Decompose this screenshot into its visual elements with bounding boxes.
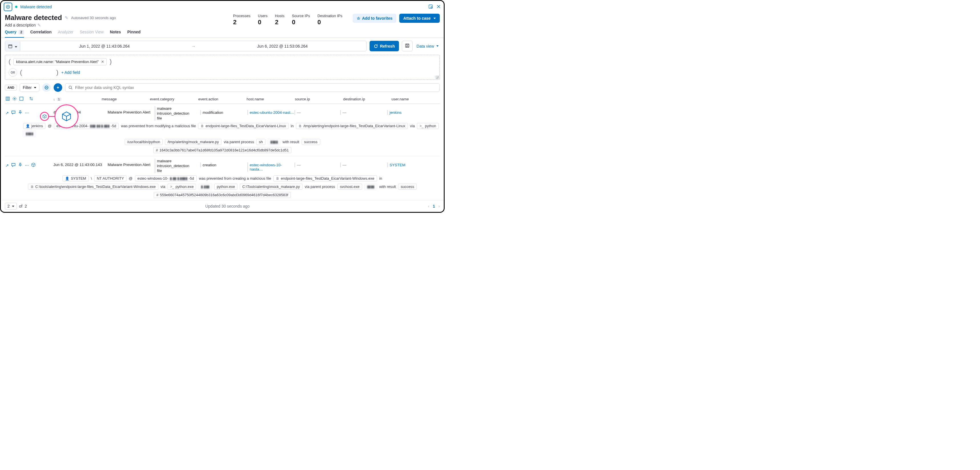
path-chip[interactable]: /usr/local/bin/python	[125, 139, 163, 145]
analyzer-icon[interactable]	[31, 163, 36, 168]
sort-icon[interactable]	[29, 97, 33, 102]
process-chip[interactable]: >_python	[417, 123, 439, 129]
tab-query[interactable]: Query 2	[5, 30, 24, 38]
resize-handle[interactable]	[436, 76, 439, 79]
star-icon: ☆	[357, 16, 360, 21]
attach-to-case-button[interactable]: Attach to case	[399, 14, 440, 23]
user-chip[interactable]: 👤jenkins	[23, 123, 45, 129]
path-chip[interactable]: /tmp/alerting/mock_malware.py	[165, 139, 221, 145]
add-to-favorites-button[interactable]: ☆ Add to favorites	[353, 14, 397, 23]
refresh-button[interactable]: Refresh	[369, 41, 399, 51]
host-chip[interactable]: estec-windows-10-▮.▮▮ ▮.▮▮▮▮-5d	[135, 175, 197, 181]
save-query-button[interactable]	[402, 41, 413, 51]
data-view-dropdown[interactable]: Data view	[415, 41, 440, 51]
next-page-button[interactable]: ›	[438, 204, 440, 208]
expand-icon[interactable]: ↗	[5, 111, 9, 115]
cell-user[interactable]: jenkins	[387, 106, 440, 115]
date-to[interactable]: Jun 6, 2022 @ 11:53:06.264	[198, 42, 367, 51]
cell-host[interactable]: estec-windows-10-nasta…	[247, 159, 294, 172]
pin-icon[interactable]	[18, 163, 22, 168]
result-chip[interactable]: success	[302, 139, 320, 145]
add-field-button[interactable]: + Add field	[61, 70, 80, 75]
path-chip[interactable]: 🗎C:\tools\alerting\endpoint-large-files_…	[28, 184, 158, 190]
query-builder[interactable]: ( kibana.alert.rule.name: "Malware Preve…	[5, 55, 440, 80]
tab-notes[interactable]: Notes	[110, 30, 121, 38]
col-action[interactable]: event.action	[198, 97, 247, 101]
filter-dropdown[interactable]: Filter	[20, 83, 40, 92]
more-icon[interactable]: ⋯	[25, 111, 29, 115]
or-operator[interactable]: OR	[9, 68, 17, 77]
date-range-picker[interactable]: Jun 1, 2022 @ 11:43:06.264 → Jun 6, 2022…	[5, 41, 367, 51]
row-detail-line2: 🗎C:\tools\alerting\endpoint-large-files_…	[5, 181, 440, 190]
edit-title-icon[interactable]: ✎	[65, 15, 68, 20]
kql-search[interactable]	[65, 83, 440, 92]
kql-input[interactable]	[75, 85, 437, 90]
close-icon[interactable]	[436, 4, 441, 10]
terminal-icon: >_	[170, 185, 174, 189]
updated-status: Updated 30 seconds ago	[27, 204, 428, 208]
process-chip[interactable]: python.exe	[214, 184, 238, 190]
user-chip[interactable]: 👤SYSTEM	[62, 175, 89, 181]
file-chip[interactable]: 🗎endpoint-large-files_TestData_EicarVari…	[198, 123, 288, 129]
empty-filter-slot[interactable]	[25, 69, 53, 76]
table-row: ↗ ⋯ □ @ 11:53:06.264 Malware Prevention …	[5, 104, 440, 156]
tab-pinned[interactable]: Pinned	[127, 30, 141, 38]
pin-icon[interactable]	[18, 110, 22, 116]
hash-chip[interactable]: # 1643c3a3bb7617abe07a1d68fd105a972d0816…	[153, 147, 291, 153]
file-chip[interactable]: 🗎endpoint-large-files_TestData_EicarVari…	[274, 175, 377, 181]
of-label: of	[19, 204, 22, 208]
cell-dest: —	[340, 106, 387, 115]
result-chip[interactable]: success	[398, 184, 417, 190]
description-prompt[interactable]: Add a description	[5, 23, 36, 27]
col-category[interactable]: event.category	[150, 97, 198, 101]
cell-dest: —	[340, 159, 387, 167]
edit-description-icon[interactable]: ✎	[37, 23, 41, 27]
blur-chip: ▮▮▮▮	[268, 139, 280, 145]
stat-processes: Processes 2	[233, 14, 251, 26]
path-chip[interactable]: 🗎/tmp/alerting/endpoint-large-files_Test…	[296, 123, 408, 129]
process-chip[interactable]: >_python.exe	[167, 184, 196, 190]
col-timestamp[interactable]: ↓ 1	[53, 97, 102, 101]
tab-status-dot	[15, 6, 18, 8]
calendar-button[interactable]	[5, 42, 20, 51]
svg-rect-9	[20, 97, 23, 100]
date-from[interactable]: Jun 1, 2022 @ 11:43:06.264	[20, 42, 189, 51]
file-icon: 🗎	[299, 124, 302, 128]
remove-filter-icon[interactable]: ✕	[101, 60, 104, 64]
highlight-big-circle	[54, 104, 78, 129]
filter-pill[interactable]: kibana.alert.rule.name: "Malware Prevent…	[13, 58, 107, 65]
comment-icon[interactable]	[11, 110, 16, 116]
prev-page-button[interactable]: ‹	[428, 204, 430, 208]
col-dest[interactable]: destination.ip	[343, 97, 391, 101]
path-chip[interactable]: C:\Tools\alerting\mock_malware.py	[240, 184, 302, 190]
cell-host[interactable]: estec-ubuntu-2004-nast…	[247, 106, 294, 115]
file-icon: 🗎	[276, 176, 279, 181]
col-user[interactable]: user.name	[391, 97, 440, 101]
col-source[interactable]: source.ip	[295, 97, 343, 101]
page-size-dropdown[interactable]: 2	[5, 203, 17, 210]
tab-correlation[interactable]: Correlation	[30, 30, 52, 38]
parent-chip[interactable]: sh	[256, 139, 266, 145]
filter-out-button[interactable]	[42, 83, 51, 92]
col-host[interactable]: host.name	[247, 97, 295, 101]
settings-icon[interactable]	[12, 97, 17, 102]
col-message[interactable]: message	[102, 97, 150, 101]
cell-category: malware intrusion_detection file	[155, 159, 200, 173]
and-operator: AND	[5, 85, 17, 91]
more-icon[interactable]: ⋯	[25, 163, 29, 168]
parent-chip[interactable]: svchost.exe	[337, 184, 362, 190]
filter-in-button[interactable]	[54, 83, 62, 92]
columns-icon[interactable]	[5, 97, 10, 102]
tab-title[interactable]: Malware detected	[20, 5, 52, 9]
svg-point-8	[14, 98, 15, 99]
hash-chip[interactable]: # 559e66074a45750f5244809b316a63c6c09abd…	[154, 192, 291, 198]
current-page[interactable]: 1	[433, 204, 435, 208]
cell-user[interactable]: SYSTEM	[387, 159, 440, 167]
fullscreen-icon[interactable]	[428, 4, 433, 10]
domain-chip[interactable]: NT AUTHORITY	[94, 175, 126, 181]
fullscreen-table-icon[interactable]	[19, 97, 24, 102]
new-timeline-button[interactable]	[4, 3, 12, 11]
expand-icon[interactable]: ↗	[5, 163, 9, 168]
comment-icon[interactable]	[11, 163, 16, 168]
blur-chip: ▮▮▮▮	[364, 184, 377, 190]
